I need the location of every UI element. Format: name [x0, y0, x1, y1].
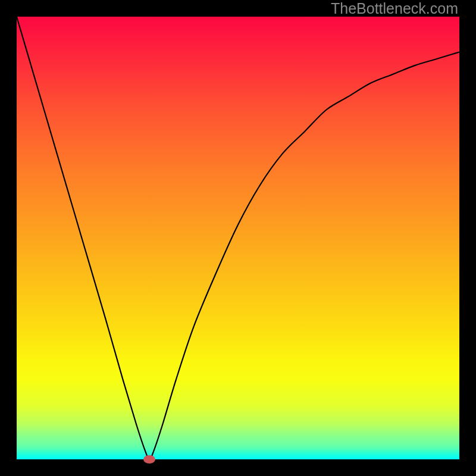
minimum-marker	[143, 455, 155, 464]
bottleneck-curve	[0, 0, 476, 476]
